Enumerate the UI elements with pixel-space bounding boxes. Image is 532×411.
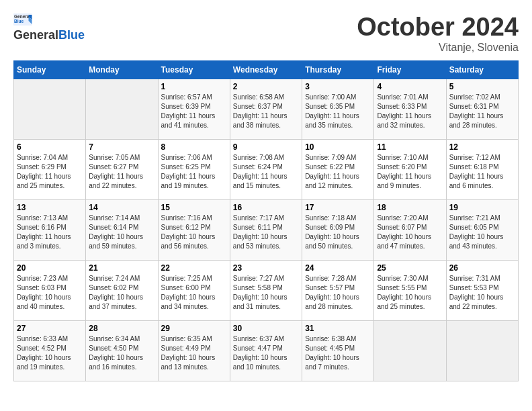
calendar-cell: 11Sunrise: 7:10 AMSunset: 6:20 PMDayligh… <box>374 139 446 199</box>
day-info: Sunrise: 7:20 AMSunset: 6:07 PMDaylight:… <box>377 214 443 251</box>
day-number: 16 <box>233 203 299 212</box>
day-info: Sunrise: 7:01 AMSunset: 6:33 PMDaylight:… <box>377 93 443 130</box>
weekday-header: Sunday <box>14 60 86 79</box>
day-number: 10 <box>305 142 371 152</box>
day-info: Sunrise: 6:35 AMSunset: 4:49 PMDaylight:… <box>161 334 227 372</box>
day-info: Sunrise: 6:34 AMSunset: 4:50 PMDaylight:… <box>89 334 154 372</box>
calendar-cell: 22Sunrise: 7:25 AMSunset: 6:00 PMDayligh… <box>158 260 230 320</box>
calendar-cell: 5Sunrise: 7:02 AMSunset: 6:31 PMDaylight… <box>446 79 518 139</box>
calendar-cell: 3Sunrise: 7:00 AMSunset: 6:35 PMDaylight… <box>302 79 374 139</box>
day-info: Sunrise: 7:00 AMSunset: 6:35 PMDaylight:… <box>305 93 371 130</box>
day-number: 12 <box>449 142 515 152</box>
title-section: October 2024 Vitanje, Slovenia <box>357 13 519 54</box>
day-number: 21 <box>89 263 154 273</box>
day-number: 5 <box>449 82 515 91</box>
day-info: Sunrise: 7:31 AMSunset: 5:53 PMDaylight:… <box>449 274 515 312</box>
calendar-week-row: 1Sunrise: 6:57 AMSunset: 6:39 PMDaylight… <box>14 79 519 139</box>
svg-text:Blue: Blue <box>14 19 24 24</box>
day-number: 14 <box>89 203 154 212</box>
day-number: 30 <box>233 324 299 333</box>
day-info: Sunrise: 7:16 AMSunset: 6:12 PMDaylight:… <box>161 214 227 251</box>
calendar-week-row: 6Sunrise: 7:04 AMSunset: 6:29 PMDaylight… <box>14 139 519 199</box>
weekday-header: Wednesday <box>230 60 302 79</box>
calendar-cell: 6Sunrise: 7:04 AMSunset: 6:29 PMDaylight… <box>14 139 86 199</box>
calendar-cell <box>86 79 158 139</box>
day-number: 22 <box>161 263 227 273</box>
calendar-cell <box>14 79 86 139</box>
calendar-table: SundayMondayTuesdayWednesdayThursdayFrid… <box>13 60 519 381</box>
day-number: 29 <box>161 324 227 333</box>
calendar-cell: 15Sunrise: 7:16 AMSunset: 6:12 PMDayligh… <box>158 199 230 260</box>
weekday-header: Tuesday <box>158 60 230 79</box>
calendar-cell: 16Sunrise: 7:17 AMSunset: 6:11 PMDayligh… <box>230 199 302 260</box>
day-info: Sunrise: 7:12 AMSunset: 6:18 PMDaylight:… <box>449 153 515 191</box>
calendar-cell <box>374 320 446 381</box>
calendar-cell: 28Sunrise: 6:34 AMSunset: 4:50 PMDayligh… <box>86 320 158 381</box>
day-info: Sunrise: 7:02 AMSunset: 6:31 PMDaylight:… <box>449 93 515 130</box>
day-number: 7 <box>89 142 154 152</box>
calendar-cell: 30Sunrise: 6:37 AMSunset: 4:47 PMDayligh… <box>230 320 302 381</box>
calendar-week-row: 13Sunrise: 7:13 AMSunset: 6:16 PMDayligh… <box>14 199 519 260</box>
day-info: Sunrise: 6:33 AMSunset: 4:52 PMDaylight:… <box>17 334 83 372</box>
day-number: 13 <box>17 203 83 212</box>
logo: General Blue General Blue <box>13 13 85 42</box>
calendar-cell: 21Sunrise: 7:24 AMSunset: 6:02 PMDayligh… <box>86 260 158 320</box>
day-number: 27 <box>17 324 83 333</box>
day-info: Sunrise: 6:37 AMSunset: 4:47 PMDaylight:… <box>233 334 299 372</box>
day-number: 6 <box>17 142 83 152</box>
header-row: SundayMondayTuesdayWednesdayThursdayFrid… <box>14 60 519 79</box>
logo-blue: Blue <box>58 28 85 42</box>
day-info: Sunrise: 7:09 AMSunset: 6:22 PMDaylight:… <box>305 153 371 191</box>
svg-text:General: General <box>14 14 30 19</box>
day-info: Sunrise: 7:23 AMSunset: 6:03 PMDaylight:… <box>17 274 83 312</box>
calendar-cell: 1Sunrise: 6:57 AMSunset: 6:39 PMDaylight… <box>158 79 230 139</box>
calendar-week-row: 27Sunrise: 6:33 AMSunset: 4:52 PMDayligh… <box>14 320 519 381</box>
weekday-header: Monday <box>86 60 158 79</box>
day-number: 28 <box>89 324 154 333</box>
day-number: 24 <box>305 263 371 273</box>
weekday-header: Saturday <box>446 60 518 79</box>
weekday-header: Friday <box>374 60 446 79</box>
day-number: 1 <box>161 82 227 91</box>
calendar-cell: 8Sunrise: 7:06 AMSunset: 6:25 PMDaylight… <box>158 139 230 199</box>
calendar-cell: 18Sunrise: 7:20 AMSunset: 6:07 PMDayligh… <box>374 199 446 260</box>
day-info: Sunrise: 7:05 AMSunset: 6:27 PMDaylight:… <box>89 153 154 191</box>
day-info: Sunrise: 7:14 AMSunset: 6:14 PMDaylight:… <box>89 214 154 251</box>
day-number: 11 <box>377 142 443 152</box>
day-info: Sunrise: 7:18 AMSunset: 6:09 PMDaylight:… <box>305 214 371 251</box>
calendar-cell: 23Sunrise: 7:27 AMSunset: 5:58 PMDayligh… <box>230 260 302 320</box>
calendar-week-row: 20Sunrise: 7:23 AMSunset: 6:03 PMDayligh… <box>14 260 519 320</box>
day-info: Sunrise: 7:04 AMSunset: 6:29 PMDaylight:… <box>17 153 83 191</box>
day-info: Sunrise: 7:24 AMSunset: 6:02 PMDaylight:… <box>89 274 154 312</box>
day-info: Sunrise: 6:58 AMSunset: 6:37 PMDaylight:… <box>233 93 299 130</box>
day-number: 2 <box>233 82 299 91</box>
calendar-cell: 10Sunrise: 7:09 AMSunset: 6:22 PMDayligh… <box>302 139 374 199</box>
day-number: 23 <box>233 263 299 273</box>
logo-icon: General Blue <box>13 13 34 26</box>
calendar-cell: 14Sunrise: 7:14 AMSunset: 6:14 PMDayligh… <box>86 199 158 260</box>
month-title: October 2024 <box>357 13 519 42</box>
location: Vitanje, Slovenia <box>357 42 519 54</box>
day-info: Sunrise: 7:28 AMSunset: 5:57 PMDaylight:… <box>305 274 371 312</box>
calendar-cell: 2Sunrise: 6:58 AMSunset: 6:37 PMDaylight… <box>230 79 302 139</box>
day-number: 4 <box>377 82 443 91</box>
calendar-cell: 27Sunrise: 6:33 AMSunset: 4:52 PMDayligh… <box>14 320 86 381</box>
day-number: 19 <box>449 203 515 212</box>
day-number: 15 <box>161 203 227 212</box>
calendar-cell: 24Sunrise: 7:28 AMSunset: 5:57 PMDayligh… <box>302 260 374 320</box>
calendar-cell: 13Sunrise: 7:13 AMSunset: 6:16 PMDayligh… <box>14 199 86 260</box>
day-info: Sunrise: 7:25 AMSunset: 6:00 PMDaylight:… <box>161 274 227 312</box>
day-info: Sunrise: 7:10 AMSunset: 6:20 PMDaylight:… <box>377 153 443 191</box>
day-number: 31 <box>305 324 371 333</box>
day-info: Sunrise: 7:13 AMSunset: 6:16 PMDaylight:… <box>17 214 83 251</box>
calendar-cell: 12Sunrise: 7:12 AMSunset: 6:18 PMDayligh… <box>446 139 518 199</box>
calendar-cell <box>446 320 518 381</box>
day-number: 8 <box>161 142 227 152</box>
day-number: 20 <box>17 263 83 273</box>
day-info: Sunrise: 7:06 AMSunset: 6:25 PMDaylight:… <box>161 153 227 191</box>
day-number: 26 <box>449 263 515 273</box>
day-info: Sunrise: 7:08 AMSunset: 6:24 PMDaylight:… <box>233 153 299 191</box>
day-info: Sunrise: 6:38 AMSunset: 4:45 PMDaylight:… <box>305 334 371 372</box>
calendar-cell: 25Sunrise: 7:30 AMSunset: 5:55 PMDayligh… <box>374 260 446 320</box>
day-info: Sunrise: 7:27 AMSunset: 5:58 PMDaylight:… <box>233 274 299 312</box>
